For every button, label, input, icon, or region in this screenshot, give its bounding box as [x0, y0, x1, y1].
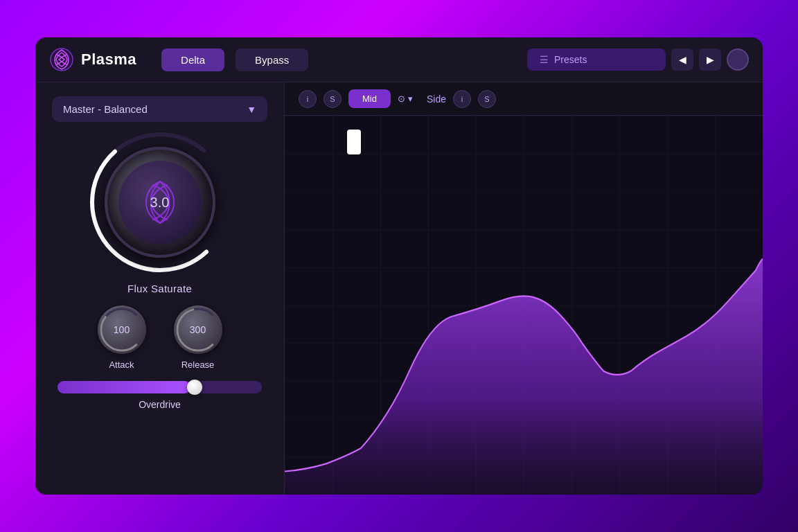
mid-side-bar: i S Mid ⊙ ▾ Side i S [285, 82, 763, 116]
link-button[interactable]: ⊙ ▾ [398, 94, 413, 104]
next-preset-button[interactable]: ▶ [699, 48, 721, 71]
s-icon: S [330, 95, 335, 103]
flux-saturate-label: Flux Saturate [127, 283, 192, 294]
logo-icon [49, 47, 74, 72]
visualizer [285, 116, 763, 495]
overdrive-slider-fill [57, 381, 190, 393]
link-icon: ⊙ [398, 94, 405, 104]
delta-button[interactable]: Delta [161, 48, 224, 71]
side-info-icon: i [461, 95, 463, 103]
small-knobs-row: 100 Attack 300 Release [98, 305, 222, 370]
left-panel: Master - Balanced ▼ [35, 82, 285, 495]
side-info-button[interactable]: i [453, 90, 471, 108]
presets-label: Presets [554, 54, 587, 65]
mid-button[interactable]: Mid [348, 89, 391, 108]
logo-area: Plasma [49, 47, 136, 72]
preset-dropdown-value: Master - Balanced [63, 103, 148, 115]
side-s-icon: S [484, 95, 489, 103]
attack-knob[interactable]: 100 [98, 305, 146, 354]
presets-area: ☰ Presets ◀ ▶ [527, 48, 749, 71]
side-label: Side [427, 94, 446, 105]
prev-preset-button[interactable]: ◀ [671, 48, 693, 71]
main-knob-body[interactable]: 3.0 [105, 147, 215, 258]
main-knob-value: 3.0 [150, 195, 170, 211]
right-panel: i S Mid ⊙ ▾ Side i S [285, 82, 763, 495]
plugin-window: Plasma Delta Bypass ☰ Presets ◀ ▶ Master… [35, 37, 763, 495]
main-content: Master - Balanced ▼ [35, 82, 763, 495]
release-group: 300 Release [174, 305, 222, 370]
link-chevron: ▾ [408, 94, 413, 104]
release-knob[interactable]: 300 [174, 305, 222, 354]
overdrive-slider-thumb[interactable] [187, 380, 202, 395]
release-knob-ring [174, 305, 222, 354]
vertical-slider-thumb[interactable] [347, 130, 361, 154]
vertical-slider[interactable] [347, 116, 361, 495]
bypass-button[interactable]: Bypass [236, 48, 308, 71]
overdrive-row: Overdrive [52, 381, 267, 410]
chevron-down-icon: ▼ [247, 104, 256, 115]
presets-bar[interactable]: ☰ Presets [527, 48, 666, 71]
attack-label: Attack [109, 360, 134, 370]
overdrive-slider-track[interactable] [57, 381, 262, 393]
info-icon: i [307, 95, 308, 103]
svg-point-0 [51, 48, 73, 71]
main-knob-container[interactable]: 3.0 [91, 133, 229, 272]
profile-circle[interactable] [727, 48, 749, 71]
side-s-button[interactable]: S [478, 90, 496, 108]
presets-list-icon: ☰ [540, 54, 549, 65]
release-label: Release [181, 360, 215, 370]
attack-knob-ring [98, 305, 146, 354]
header: Plasma Delta Bypass ☰ Presets ◀ ▶ [35, 37, 763, 82]
attack-group: 100 Attack [98, 305, 146, 370]
overdrive-label: Overdrive [57, 399, 262, 410]
mid-s-button[interactable]: S [323, 90, 342, 108]
app-name: Plasma [81, 51, 136, 69]
preset-dropdown[interactable]: Master - Balanced ▼ [52, 96, 267, 122]
mid-info-button[interactable]: i [299, 90, 317, 108]
